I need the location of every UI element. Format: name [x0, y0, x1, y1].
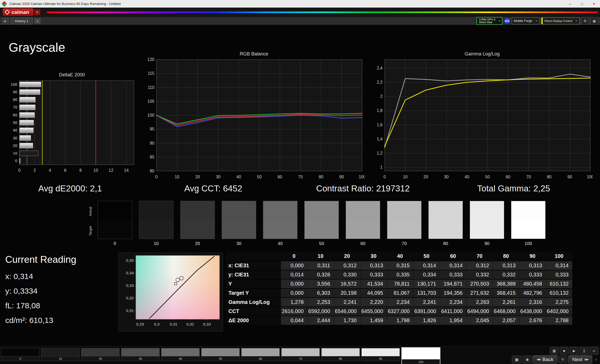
pattern-patch[interactable]: 90	[361, 348, 400, 361]
target-patch	[470, 222, 504, 239]
meter-line2: Direct View	[479, 21, 495, 24]
history-collapse-button[interactable]: ▲	[35, 18, 40, 24]
svg-text:0,29: 0,29	[136, 322, 144, 326]
grayscale-swatch: 10	[139, 201, 173, 246]
settings-gear-button[interactable]: ⚙	[581, 17, 589, 25]
transport-bottom-row: ▣◉◀◀Back↻Next▶▶»	[512, 355, 598, 363]
svg-text:0,35: 0,35	[126, 258, 134, 263]
pattern-patch[interactable]: 0	[1, 348, 40, 361]
table-cell: 41,534	[360, 279, 387, 288]
svg-text:30: 30	[13, 136, 17, 140]
calman-logo[interactable]: calman	[3, 8, 33, 16]
calman-app: Calman 2025 Calman Ultimate for Business…	[0, 0, 600, 364]
grayscale-swatch: 80	[428, 201, 463, 246]
svg-text:105: 105	[147, 99, 154, 104]
pattern-patch[interactable]: 80	[321, 348, 360, 361]
svg-text:10: 10	[13, 151, 17, 155]
meter-dropdown[interactable]: X-Rite i1Pro 3 Direct View ▼	[476, 17, 502, 25]
table-row-label: CCT	[226, 306, 281, 316]
table-cell: 0,314	[440, 261, 466, 270]
table-column-header: 80	[493, 252, 519, 261]
table-cell: 2,241	[334, 297, 360, 306]
svg-text:20: 20	[423, 175, 428, 179]
table-cell: 2,261	[493, 297, 519, 306]
pattern-color	[242, 348, 279, 356]
target-patch	[181, 222, 215, 239]
svg-text:2,4: 2,4	[377, 66, 383, 70]
pattern-patch[interactable]: 70	[281, 348, 320, 361]
close-button[interactable]: ×	[588, 0, 600, 8]
table-cell: 1,730	[334, 316, 360, 325]
table-cell: 194,356	[440, 288, 466, 297]
svg-text:0,33: 0,33	[126, 283, 134, 288]
pattern-patch[interactable]: 30	[121, 348, 160, 361]
next-button[interactable]: Next▶▶	[568, 355, 592, 363]
table-column-header: 50	[413, 252, 440, 261]
pattern-label: 30	[121, 356, 159, 361]
pattern-label: 0	[1, 356, 39, 361]
table-cell: 0,334	[413, 270, 440, 279]
pattern-patch[interactable]: 60	[241, 348, 280, 361]
workspace-layout-button[interactable]: ▣	[591, 17, 598, 25]
repeat-button[interactable]: ↻	[558, 356, 567, 363]
svg-text:40: 40	[237, 175, 241, 179]
grayscale-swatch: 50	[304, 201, 339, 246]
display-control-dropdown[interactable]: Direct Display Control ▼	[541, 18, 580, 24]
table-row-label: Target Y	[226, 288, 281, 297]
cie-chart: 0,290,30,310,320,330,350,340,330,320,31	[120, 253, 222, 331]
grayscale-swatch: 70	[387, 201, 422, 246]
page-title: Grayscale	[9, 40, 65, 55]
meter-line1: X-Rite i1Pro 3	[479, 18, 495, 21]
tab-history-1[interactable]: History 1	[10, 18, 33, 24]
pattern-patch[interactable]: 20	[81, 348, 120, 361]
table-cell: 368,389	[493, 279, 519, 288]
svg-text:85: 85	[150, 155, 154, 159]
table-cell: 1,826	[413, 316, 440, 325]
actual-row-label: Actual	[88, 201, 93, 222]
svg-text:60: 60	[506, 175, 511, 179]
rgb-chart-title: RGB Balance	[143, 51, 365, 57]
svg-text:8: 8	[79, 168, 82, 173]
meter-status-badge: 413	[504, 18, 510, 24]
back-button[interactable]: ◀◀Back	[533, 355, 557, 363]
table-cell: 0,014	[281, 270, 307, 279]
grayscale-swatch: 60	[346, 201, 380, 246]
table-cell: 131,703	[413, 288, 440, 297]
svg-text:90: 90	[13, 90, 17, 94]
table-cell: 2,676	[519, 316, 546, 325]
table-cell: 6411,000	[440, 306, 466, 316]
play-button[interactable]: ▶	[570, 347, 579, 355]
expand-button[interactable]: »	[593, 356, 598, 363]
minimize-button[interactable]: –	[564, 0, 576, 8]
table-column-header: 0	[281, 252, 307, 261]
table-row-label: Gamma Log/Log	[226, 297, 281, 306]
table-column-header: 10	[307, 252, 334, 261]
avg-cct-stat: Avg CCT: 6452	[184, 184, 242, 194]
gamma-chart-title: Gamma Log/Log	[372, 51, 593, 57]
table-cell: 271,632	[466, 288, 493, 297]
table-cell: 1,798	[387, 316, 413, 325]
svg-text:0: 0	[15, 158, 17, 163]
svg-text:50: 50	[485, 175, 490, 179]
svg-text:60: 60	[13, 113, 17, 117]
table-cell: 6455,000	[360, 306, 387, 316]
continuous-measure-button[interactable]: ∞	[590, 347, 598, 355]
table-cell: 6402,000	[546, 306, 572, 316]
pattern-label: 40	[161, 356, 199, 361]
history-panel-toggle[interactable]: ▶	[2, 18, 9, 24]
pattern-patch[interactable]: 10	[41, 348, 80, 361]
pattern-patch[interactable]: 100	[401, 347, 440, 364]
audio-feedback-button[interactable]: ◉	[523, 356, 532, 363]
pattern-patch[interactable]: 40	[161, 348, 200, 361]
pattern-patch[interactable]: 50	[201, 348, 240, 361]
main-menu-button[interactable]: ▼	[34, 9, 40, 15]
pattern-window-button[interactable]: ▣	[512, 356, 522, 363]
pattern-source-button[interactable]: ▦	[550, 347, 559, 355]
table-cell: 130,171	[413, 279, 440, 288]
table-cell: 0,000	[281, 288, 307, 297]
table-cell: 0,000	[281, 279, 307, 288]
stop-button[interactable]: ■	[560, 347, 569, 355]
source-dropdown[interactable]: Mobile Forge ▼	[512, 18, 540, 24]
maximize-button[interactable]: □	[576, 0, 588, 8]
pause-button[interactable]: ∥	[580, 347, 588, 355]
